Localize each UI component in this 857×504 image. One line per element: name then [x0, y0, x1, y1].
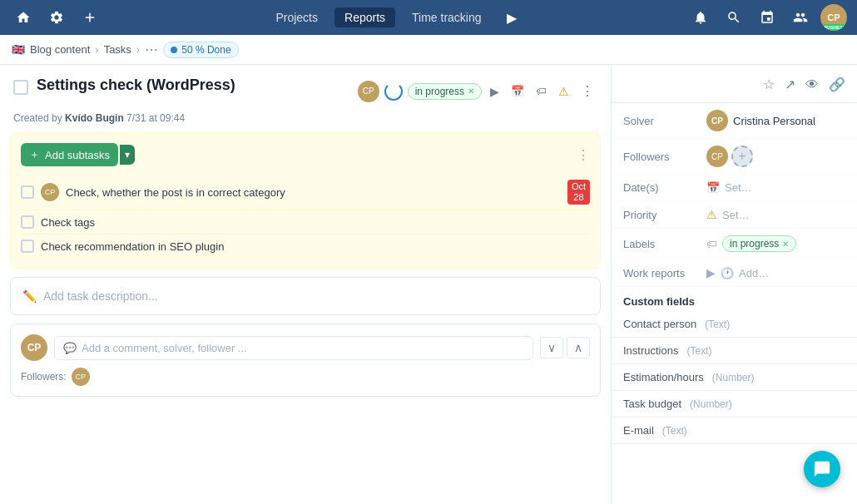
custom-field-type-1: (Text): [686, 345, 711, 357]
add-subtask-dropdown-btn[interactable]: ▾: [120, 145, 135, 165]
progress-dot: [171, 47, 177, 53]
expand-down-btn[interactable]: ∨: [540, 337, 563, 358]
settings-icon[interactable]: [43, 4, 70, 31]
star-icon[interactable]: ☆: [760, 73, 778, 96]
add-subtask-btn[interactable]: ＋ Add subtasks: [21, 143, 118, 166]
solver-value: CP Cristina Personal: [706, 110, 845, 131]
task-tag-btn[interactable]: 🏷: [533, 82, 550, 101]
status-remove-btn[interactable]: ✕: [468, 86, 474, 96]
add-icon[interactable]: [77, 4, 103, 31]
task-checkbox[interactable]: [13, 80, 28, 95]
dates-set-link[interactable]: Set…: [725, 181, 752, 194]
subtask-list: CP Check, whether the post is in correct…: [21, 175, 590, 258]
subtask-label-1: Check tags: [41, 216, 590, 229]
comment-follower-avatar: CP: [72, 368, 90, 386]
labels-status-badge: in progress ✕: [722, 235, 796, 252]
custom-field-0[interactable]: Contact person(Text): [612, 311, 857, 338]
custom-field-3[interactable]: Task budget(Number): [612, 391, 857, 418]
dates-field: Date(s) 📅 Set…: [612, 175, 857, 201]
user-avatar[interactable]: CP BUSINESS: [820, 4, 847, 31]
custom-field-type-0: (Text): [705, 319, 730, 330]
task-calendar-btn[interactable]: 📅: [508, 82, 528, 101]
notifications-icon[interactable]: [687, 4, 714, 31]
home-icon[interactable]: [10, 4, 37, 31]
expand-up-btn[interactable]: ∧: [567, 337, 590, 358]
labels-field: Labels 🏷 in progress ✕: [612, 229, 857, 259]
comment-placeholder: Add a comment, solver, follower ...: [82, 342, 524, 354]
comment-area: CP 💬 Add a comment, solver, follower ...…: [10, 324, 601, 397]
followers-field: Followers CP +: [612, 139, 857, 175]
task-more-btn[interactable]: ⋮: [577, 80, 597, 102]
solver-field: Solver CP Cristina Personal: [612, 103, 857, 139]
share-icon[interactable]: ↗: [781, 73, 799, 96]
breadcrumb-project[interactable]: Blog content: [30, 43, 90, 56]
subtask-label-2: Check recommendation in SEO plugin: [41, 240, 590, 253]
breadcrumb-more[interactable]: ⋯: [145, 42, 158, 57]
timetracking-nav-link[interactable]: Time tracking: [402, 7, 492, 27]
add-follower-btn[interactable]: +: [731, 146, 753, 167]
priority-value: ⚠ Set…: [706, 208, 845, 221]
subtask-item: Check recommendation in SEO plugin: [21, 235, 590, 258]
comment-input[interactable]: 💬 Add a comment, solver, follower ...: [54, 336, 533, 360]
work-reports-value: ▶ 🕐 Add…: [706, 266, 845, 279]
task-description-area[interactable]: ✏️ Add task description...: [10, 277, 601, 315]
custom-fields-list: Contact person(Text)Instructions(Text)Es…: [612, 311, 857, 444]
custom-field-4[interactable]: E-mail(Text): [612, 418, 857, 444]
custom-field-name-3: Task budget: [623, 398, 681, 410]
subtask-avatar-0: CP: [41, 183, 59, 201]
subtask-label-0: Check, whether the post is in correct ca…: [66, 186, 561, 199]
subtasks-more-btn[interactable]: ⋮: [577, 147, 590, 163]
work-reports-field: Work reports ▶ 🕐 Add…: [612, 259, 857, 287]
dates-label: Date(s): [623, 181, 698, 194]
subtask-item: Check tags: [21, 210, 590, 235]
subtasks-area: ＋ Add subtasks ▾ ⋮ CP Check, whether the…: [10, 132, 601, 269]
priority-field: Priority ⚠ Set…: [612, 201, 857, 229]
subtasks-header: ＋ Add subtasks ▾ ⋮: [21, 143, 590, 166]
solver-label: Solver: [623, 115, 698, 127]
subtask-checkbox-2[interactable]: [21, 240, 34, 253]
solver-avatar: CP: [706, 110, 728, 131]
priority-set-link[interactable]: Set…: [722, 209, 750, 221]
subtask-date-0: Oct28: [567, 180, 590, 205]
task-alert-btn[interactable]: ⚠: [555, 82, 572, 101]
task-status-badge: in progress ✕: [408, 83, 482, 100]
task-title: Settings check (WordPress): [37, 77, 349, 94]
custom-field-2[interactable]: Estimation/hours(Number): [612, 364, 857, 391]
calendar-nav-icon[interactable]: [754, 4, 780, 31]
custom-field-name-1: Instructions: [623, 344, 678, 357]
link-icon[interactable]: 🔗: [825, 73, 849, 96]
labels-label: Labels: [623, 238, 698, 250]
followers-label: Followers: [623, 151, 698, 163]
dates-value: 📅 Set…: [706, 181, 845, 194]
task-play-btn[interactable]: ▶: [487, 82, 503, 101]
task-timer: [384, 82, 403, 101]
eye-icon[interactable]: 👁: [802, 74, 822, 96]
search-icon[interactable]: [721, 4, 747, 31]
breadcrumb-tasks[interactable]: Tasks: [104, 43, 131, 56]
comment-avatar: CP: [21, 334, 47, 361]
task-actions: CP in progress ✕ ▶ 📅 🏷 ⚠ ⋮: [358, 80, 597, 102]
top-navigation: Projects Reports Time tracking ▶ CP BUSI…: [0, 0, 857, 35]
reports-nav-link[interactable]: Reports: [334, 7, 395, 27]
custom-field-name-0: Contact person: [623, 318, 696, 330]
chat-button[interactable]: [804, 451, 840, 487]
business-badge: BUSINESS: [822, 24, 847, 31]
subtask-checkbox-1[interactable]: [21, 215, 34, 229]
projects-nav-link[interactable]: Projects: [265, 7, 328, 27]
labels-value: 🏷 in progress ✕: [706, 235, 845, 252]
breadcrumb-flag: 🇬🇧: [12, 43, 25, 56]
work-reports-add-link[interactable]: Add…: [739, 267, 769, 279]
work-reports-label: Work reports: [623, 267, 698, 279]
created-by: Created by Kvído Bugin 7/31 at 09:44: [0, 109, 611, 132]
custom-field-name-2: Estimation/hours: [623, 371, 704, 383]
custom-field-type-2: (Number): [712, 372, 755, 383]
add-subtask-group: ＋ Add subtasks ▾: [21, 143, 135, 166]
play-nav-icon[interactable]: ▶: [498, 4, 525, 31]
custom-field-1[interactable]: Instructions(Text): [612, 338, 857, 364]
team-icon[interactable]: [787, 4, 814, 31]
left-panel: Settings check (WordPress) CP in progres…: [0, 65, 612, 504]
custom-field-type-3: (Number): [690, 398, 732, 410]
follower-avatar-1: CP: [706, 146, 728, 167]
label-remove-btn[interactable]: ✕: [782, 240, 789, 249]
subtask-checkbox-0[interactable]: [21, 185, 34, 199]
